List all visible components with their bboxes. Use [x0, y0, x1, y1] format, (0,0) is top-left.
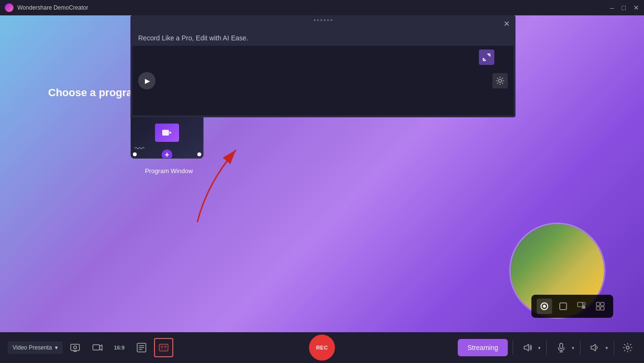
svg-marker-17	[100, 345, 102, 350]
svg-rect-23	[161, 346, 163, 348]
mode-chevron-icon: ▾	[55, 344, 58, 351]
speaker-icon	[522, 342, 533, 353]
toolbar-right: Streaming ▾	[339, 338, 636, 357]
grid-layout-icon	[596, 302, 605, 311]
popup-expand-button[interactable]	[479, 50, 494, 65]
drag-dot-3	[321, 19, 322, 21]
svg-rect-24	[164, 346, 167, 348]
popup-settings-button[interactable]	[492, 73, 508, 88]
settings-gear-icon	[622, 342, 633, 353]
expand-icon	[482, 53, 491, 62]
wave-icon: 〰	[135, 143, 144, 154]
svg-point-15	[74, 346, 77, 349]
streaming-button[interactable]: Streaming	[458, 339, 508, 356]
webcam-icon	[92, 342, 103, 353]
drag-dot-4	[324, 19, 326, 21]
corner-handle-br	[197, 152, 201, 156]
popup-drag-handle[interactable]	[314, 19, 333, 21]
settings-button[interactable]	[619, 339, 636, 356]
volume-button[interactable]	[585, 338, 605, 357]
popup-video-area: ▶	[132, 46, 514, 115]
play-icon: ▶	[145, 77, 150, 85]
close-button[interactable]: ✕	[633, 4, 639, 11]
mode-dropdown[interactable]: Video Presenta ▾	[8, 341, 63, 354]
mic-group: ▾	[552, 338, 575, 357]
layout-grid-button[interactable]	[592, 299, 608, 314]
card-thumbnail-icon	[155, 124, 179, 142]
title-bar: Wondershare DemoCreator – □ ✕	[0, 0, 644, 15]
mic-chevron-button[interactable]: ▾	[571, 345, 575, 350]
toolbar-left: Video Presenta ▾ 16:9	[8, 338, 305, 357]
popup-close-button[interactable]: ✕	[503, 19, 510, 28]
divider-4	[614, 340, 614, 355]
scene-icon	[158, 342, 169, 353]
toolbar-center: REC	[309, 335, 335, 361]
svg-rect-14	[71, 344, 79, 350]
svg-point-5	[543, 305, 546, 308]
speaker-chevron-button[interactable]: ▾	[537, 345, 541, 350]
svg-rect-1	[162, 130, 169, 136]
minimize-button[interactable]: –	[610, 4, 614, 11]
drag-dot-5	[327, 19, 329, 21]
volume-icon	[590, 342, 600, 353]
volume-chevron-button[interactable]: ▾	[605, 345, 609, 350]
video-icon	[162, 129, 172, 137]
drag-dot-1	[314, 19, 316, 21]
program-window-label: Program Window	[130, 167, 207, 175]
annotation-button[interactable]	[132, 338, 151, 357]
svg-rect-11	[601, 302, 604, 306]
webcam-layout-controls	[531, 295, 613, 318]
svg-marker-2	[169, 131, 172, 134]
pip-layout-icon	[577, 302, 586, 311]
layout-pip-button[interactable]	[574, 299, 589, 314]
drag-dot-6	[331, 19, 333, 21]
svg-rect-16	[93, 345, 100, 350]
svg-rect-8	[582, 306, 585, 309]
svg-rect-27	[560, 343, 563, 349]
svg-rect-13	[601, 307, 604, 310]
svg-point-30	[626, 346, 629, 349]
divider-2	[546, 340, 547, 355]
layout-circle-button[interactable]	[537, 299, 552, 314]
svg-rect-6	[560, 303, 567, 310]
mode-label: Video Presenta	[13, 344, 52, 351]
rect-layout-icon	[559, 302, 567, 311]
aspect-ratio-button[interactable]: 16:9	[110, 338, 129, 357]
svg-rect-10	[596, 302, 600, 306]
mic-button[interactable]	[552, 338, 571, 357]
mic-icon	[556, 342, 567, 353]
window-controls: – □ ✕	[610, 4, 639, 11]
popup-header: ✕	[130, 15, 515, 32]
main-area: Choose a program window to share ✕ Recor…	[0, 15, 644, 348]
divider-1	[513, 340, 513, 355]
speaker-group: ▾	[518, 338, 541, 357]
svg-rect-26	[164, 349, 167, 350]
divider-3	[580, 340, 580, 355]
maximize-button[interactable]: □	[622, 4, 626, 11]
app-title: Wondershare DemoCreator	[17, 4, 610, 11]
svg-rect-25	[161, 349, 163, 350]
drag-dot-2	[317, 19, 319, 21]
scene-button[interactable]	[154, 338, 173, 357]
popup-play-button[interactable]: ▶	[138, 72, 155, 89]
screen-record-button[interactable]	[65, 338, 85, 357]
add-button[interactable]: +	[162, 150, 172, 159]
screen-record-icon	[70, 342, 80, 353]
svg-rect-22	[159, 344, 168, 351]
speaker-button[interactable]	[518, 338, 537, 357]
aspect-ratio-icon: 16:9	[114, 345, 125, 350]
rec-button[interactable]: REC	[309, 335, 335, 361]
volume-group: ▾	[585, 338, 609, 357]
webcam-button[interactable]	[88, 338, 107, 357]
settings-icon	[496, 76, 504, 85]
svg-rect-12	[596, 307, 600, 310]
circle-layout-icon	[540, 302, 549, 311]
popup-title: Record Like a Pro, Edit with AI Ease.	[130, 32, 515, 46]
layout-rect-button[interactable]	[555, 299, 571, 314]
svg-point-0	[499, 79, 502, 82]
annotation-icon	[136, 342, 147, 353]
app-logo	[5, 3, 13, 12]
popup-dialog: ✕ Record Like a Pro, Edit with AI Ease. …	[130, 15, 515, 117]
bottom-toolbar: Video Presenta ▾ 16:9	[0, 332, 644, 363]
